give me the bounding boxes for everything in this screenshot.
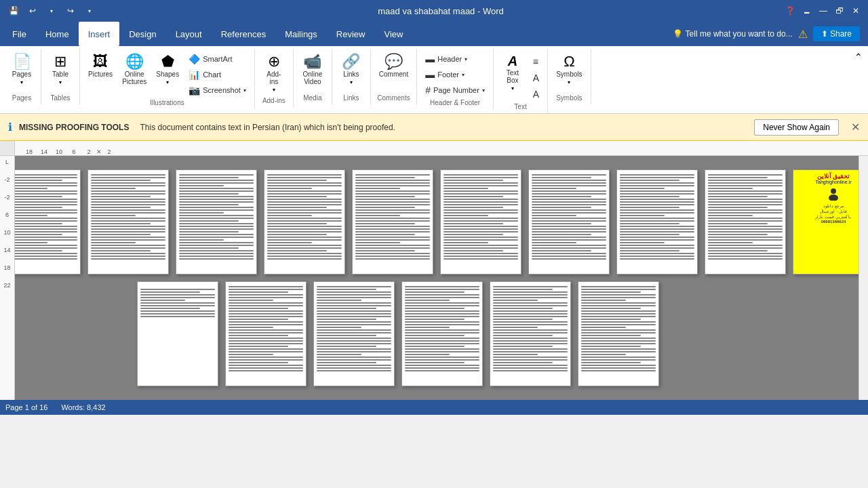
- menu-view[interactable]: View: [374, 22, 412, 46]
- undo-button[interactable]: ↩: [24, 3, 41, 19]
- media-group-label: Media: [303, 93, 321, 104]
- menu-home[interactable]: Home: [36, 22, 79, 46]
- screenshot-button[interactable]: 📷 Screenshot ▾: [184, 83, 250, 98]
- smartart-button[interactable]: 🔷 SmartArt: [184, 52, 250, 66]
- vertical-scrollbar[interactable]: [859, 156, 868, 400]
- menu-review[interactable]: Review: [327, 22, 375, 46]
- online-video-button[interactable]: 📹 OnlineVideo: [298, 52, 328, 88]
- quick-parts-button[interactable]: ≡: [529, 54, 543, 69]
- pages-group-label: Pages: [12, 93, 31, 104]
- comment-button[interactable]: 💬 Comment: [375, 52, 412, 81]
- menu-layout[interactable]: Layout: [166, 22, 212, 46]
- menu-insert[interactable]: Insert: [79, 22, 120, 46]
- page-thumb-2[interactable]: [87, 169, 169, 274]
- shapes-button[interactable]: ⬟ Shapes ▾: [152, 52, 183, 88]
- ruler-corner: [0, 141, 15, 155]
- notification-title: MISSING PROOFING TOOLS: [19, 123, 129, 132]
- help-button[interactable]: ❓: [784, 4, 797, 18]
- page-thumb-16[interactable]: [578, 281, 659, 386]
- save-quickaccess-button[interactable]: 💾: [5, 3, 22, 19]
- ribbon-collapse-button[interactable]: 🗕: [800, 4, 814, 18]
- pages-button[interactable]: 📄 Pages ▾: [7, 52, 37, 88]
- textbox-button[interactable]: A TextBox ▾: [498, 52, 528, 94]
- page-thumb-9[interactable]: [705, 169, 786, 274]
- page-thumb-5[interactable]: [352, 169, 433, 274]
- ribbon-group-tables: ⊞ Table ▾ Tables: [41, 49, 80, 104]
- page-thumb-14[interactable]: [401, 281, 483, 386]
- page-thumb-13[interactable]: [313, 281, 395, 386]
- footer-icon: ▬: [425, 69, 435, 80]
- ad-body: مرجع دانلود فایل - اورجینال با کمترین قی…: [796, 204, 859, 225]
- wordart-button[interactable]: A: [529, 70, 543, 85]
- ruler-marks: 18 14 10 6 2 ✕ 2: [15, 141, 123, 155]
- text-group-label: Text: [514, 102, 526, 113]
- minimize-button[interactable]: —: [816, 4, 830, 18]
- restore-button[interactable]: 🗗: [833, 4, 846, 18]
- page-thumb-12[interactable]: [225, 281, 307, 386]
- pages-row-1: تحقیق آنلاین Tahghighonline.ir مرجع دانل…: [28, 169, 845, 274]
- pages-icon: 📄: [13, 54, 31, 69]
- page-number-button[interactable]: # Page Number ▾: [421, 83, 489, 98]
- chart-icon: 📊: [189, 69, 200, 80]
- menu-bar: File Home Insert Design Layout Reference…: [0, 22, 868, 46]
- page-thumb-7[interactable]: [528, 169, 610, 274]
- addins-button[interactable]: ⊕ Add-ins ▾: [259, 52, 289, 96]
- header-button[interactable]: ▬ Header ▾: [421, 52, 489, 66]
- never-show-again-button[interactable]: Never Show Again: [754, 119, 839, 136]
- links-icon: 🔗: [342, 54, 360, 69]
- page-thumb-1[interactable]: [15, 169, 81, 274]
- footer-button[interactable]: ▬ Footer ▾: [421, 67, 489, 82]
- ribbon-group-links: 🔗 Links ▾ Links: [332, 49, 371, 104]
- screenshot-icon: 📷: [189, 85, 200, 96]
- notification-close-button[interactable]: ✕: [851, 121, 860, 134]
- close-button[interactable]: ✕: [849, 4, 863, 18]
- ribbon-collapse-icon[interactable]: ⌃: [854, 52, 863, 62]
- customize-quickaccess-button[interactable]: ▾: [81, 3, 98, 19]
- illustrations-group-label: Illustrations: [150, 98, 184, 109]
- share-button[interactable]: ⬆ Share: [813, 26, 860, 41]
- page-number-icon: #: [425, 85, 431, 96]
- ribbon-group-pages: 📄 Pages ▾ Pages: [3, 49, 41, 104]
- svg-point-1: [829, 195, 838, 201]
- smartart-icon: 🔷: [189, 54, 200, 64]
- undo-dropdown-button[interactable]: ▾: [43, 3, 60, 19]
- header-footer-group-label: Header & Footer: [430, 98, 480, 109]
- chart-button[interactable]: 📊 Chart: [184, 67, 250, 82]
- wordart-icon: A: [533, 73, 539, 83]
- vertical-ruler: L -2 -2 6 10 14 18 22: [0, 156, 15, 400]
- ribbon-group-comments: 💬 Comment Comments: [371, 49, 417, 104]
- dropcap-button[interactable]: A: [529, 87, 543, 102]
- page-thumb-11[interactable]: [137, 281, 218, 386]
- page-thumb-8[interactable]: [616, 169, 698, 274]
- ribbon-group-symbols: Ω Symbols ▾ Symbols: [548, 49, 591, 104]
- symbols-button[interactable]: Ω Symbols ▾: [552, 52, 586, 88]
- page-thumb-6[interactable]: [440, 169, 521, 274]
- page-thumb-4[interactable]: [264, 169, 345, 274]
- menu-file[interactable]: File: [3, 22, 36, 46]
- page-thumb-10-ad[interactable]: تحقیق آنلاین Tahghighonline.ir مرجع دانل…: [793, 169, 859, 274]
- links-button[interactable]: 🔗 Links ▾: [336, 52, 366, 88]
- document-canvas[interactable]: تحقیق آنلاین Tahghighonline.ir مرجع دانل…: [15, 156, 859, 400]
- ribbon-group-text: A TextBox ▾ ≡ A A Text: [494, 49, 548, 113]
- warning-icon: ⚠: [798, 28, 808, 41]
- ad-title: تحقیق آنلاین: [796, 173, 859, 180]
- pictures-button[interactable]: 🖼 Pictures: [84, 52, 117, 81]
- table-button[interactable]: ⊞ Table ▾: [45, 52, 75, 88]
- menu-design[interactable]: Design: [119, 22, 165, 46]
- online-pictures-button[interactable]: 🌐 OnlinePictures: [118, 52, 151, 88]
- page-thumb-3[interactable]: [176, 169, 257, 274]
- help-icon[interactable]: 💡 Tell me what you want to do...: [673, 29, 792, 39]
- notification-message: This document contains text in Persian (…: [140, 123, 747, 132]
- textbox-icon: A: [508, 54, 517, 68]
- window-title: maad va shabahat maad - Word: [378, 6, 503, 16]
- redo-button[interactable]: ↪: [62, 3, 79, 19]
- shapes-icon: ⬟: [161, 54, 174, 69]
- menu-references[interactable]: References: [212, 22, 275, 46]
- pages-row-2: [28, 281, 845, 386]
- symbols-icon: Ω: [564, 54, 574, 69]
- notification-icon: ℹ: [8, 121, 12, 134]
- page-thumb-15[interactable]: [490, 281, 571, 386]
- notification-bar: ℹ MISSING PROOFING TOOLS This document c…: [0, 114, 868, 141]
- menu-mailings[interactable]: Mailings: [275, 22, 327, 46]
- pictures-icon: 🖼: [93, 54, 108, 69]
